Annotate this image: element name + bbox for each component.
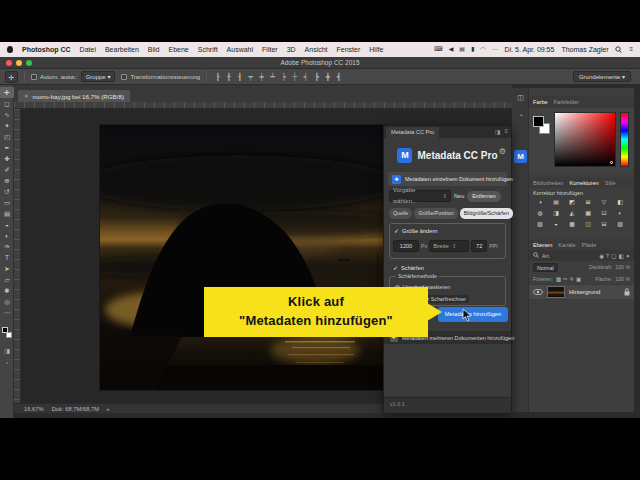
zoom-tool-icon[interactable]: ◎ <box>0 296 14 307</box>
blend-mode-dropdown[interactable]: Normal <box>533 263 558 272</box>
menu-item[interactable]: Ansicht <box>305 46 328 53</box>
type-tool-icon[interactable]: T <box>0 252 14 263</box>
foreground-color-swatch[interactable] <box>533 116 544 127</box>
menu-item[interactable]: Bearbeiten <box>105 46 139 53</box>
display-icon[interactable]: ▤ <box>459 42 465 57</box>
brush-tool-icon[interactable]: ✐ <box>0 164 14 175</box>
metadata-tab[interactable]: Größe/Position <box>414 208 457 219</box>
zoom-window-button[interactable] <box>26 60 32 66</box>
color-panel-tab[interactable]: Farbe <box>533 99 548 105</box>
black-white-icon[interactable]: ◨ <box>548 208 564 219</box>
align-icon[interactable]: ┨ <box>235 73 244 81</box>
menu-item[interactable]: Datei <box>80 46 96 53</box>
single-document-section-header[interactable]: ✚ Metadaten einzelnem Dokument hinzufüge… <box>388 172 507 186</box>
status-flyout-icon[interactable]: ▸ <box>107 406 110 412</box>
exposure-icon[interactable]: ⊞ <box>580 197 596 208</box>
metadata-tab[interactable]: Bildgröße/Schärfen <box>460 208 513 219</box>
width-input[interactable]: 1200 <box>393 240 419 252</box>
color-lookup-icon[interactable]: ⊡ <box>596 208 612 219</box>
align-icon[interactable]: ┝ <box>279 73 288 81</box>
threshold-icon[interactable]: ◒ <box>548 219 564 230</box>
gradient-map-icon[interactable]: ▩ <box>564 219 580 230</box>
filter-kind-icon[interactable]: ✦ <box>625 253 630 259</box>
document-tab[interactable]: ✕ morro-bay.jpg bei 16,7% (RGB/8) <box>18 90 130 102</box>
align-icon[interactable]: ┣ <box>312 73 321 81</box>
hand-tool-icon[interactable]: ✱ <box>0 285 14 296</box>
vibrance-icon[interactable]: ▽ <box>596 197 612 208</box>
align-icon[interactable]: ╋ <box>323 73 332 81</box>
curves-icon[interactable]: ◩ <box>564 197 580 208</box>
lasso-tool-icon[interactable]: ∿ <box>0 109 14 120</box>
align-icon[interactable]: ┫ <box>334 73 343 81</box>
preset-dropdown[interactable]: Vorgabe wählen... ⇕ <box>389 190 451 202</box>
align-icon[interactable]: ┿ <box>257 73 266 81</box>
menu-item[interactable]: Hilfe <box>369 46 383 53</box>
minimize-window-button[interactable] <box>16 60 22 66</box>
add-metadata-button[interactable]: Metadaten hinzufügen <box>438 307 508 322</box>
dimension-dropdown[interactable]: Breite ⇕ <box>429 240 469 252</box>
screen-mode-icon[interactable]: ▫ <box>0 360 14 366</box>
layer-row-background[interactable]: Hintergrund <box>529 284 634 300</box>
hue-saturation-icon[interactable]: ◧ <box>612 197 628 208</box>
eraser-tool-icon[interactable]: ▭ <box>0 197 14 208</box>
levels-icon[interactable]: ▤ <box>548 197 564 208</box>
close-window-button[interactable] <box>6 60 12 66</box>
align-icon[interactable]: ╂ <box>224 73 233 81</box>
keyboard-icon[interactable]: ⌨ <box>434 42 443 57</box>
menu-item[interactable]: Ebene <box>169 46 189 53</box>
visibility-eye-icon[interactable] <box>533 289 543 295</box>
hue-slider[interactable] <box>620 112 629 167</box>
menu-item[interactable]: 3D <box>287 46 296 53</box>
brightness-contrast-icon[interactable]: ◑ <box>532 197 548 208</box>
foreground-color-swatch[interactable] <box>2 327 8 333</box>
histogram-panel-icon[interactable]: ◫ <box>512 94 529 102</box>
opacity-value[interactable]: 100 % <box>615 264 630 270</box>
blur-tool-icon[interactable]: ◒ <box>0 219 14 230</box>
adjustments-panel-tab[interactable]: Korrekturen <box>569 180 598 186</box>
metadata-extension-icon[interactable]: M <box>514 150 527 163</box>
menu-item[interactable]: Filter <box>262 46 278 53</box>
menubar-user[interactable]: Thomas Zagler <box>561 46 608 53</box>
move-tool-icon[interactable]: ✛ <box>0 87 14 98</box>
saturation-field[interactable] <box>554 112 616 167</box>
filter-kind-icon[interactable]: T <box>606 253 609 259</box>
fill-value[interactable]: 100 % <box>615 276 630 282</box>
menu-item[interactable]: Auswahl <box>227 46 253 53</box>
pattern-icon[interactable]: ▨ <box>612 219 628 230</box>
wifi-icon[interactable]: ◠ <box>480 42 485 57</box>
posterize-icon[interactable]: ▧ <box>532 219 548 230</box>
photo-filter-icon[interactable]: ◭ <box>564 208 580 219</box>
invert-icon[interactable]: ◐ <box>612 208 628 219</box>
lock-option-icon[interactable]: ▣ <box>576 276 581 282</box>
remove-preset-button[interactable]: Entfernen <box>467 191 500 202</box>
gradient-tool-icon[interactable]: ▤ <box>0 208 14 219</box>
lock-option-icon[interactable]: ✛ <box>570 276 575 282</box>
spotlight-search-icon[interactable] <box>615 46 622 54</box>
shape-tool-icon[interactable]: ▱ <box>0 274 14 285</box>
align-icon[interactable]: ┥ <box>301 73 310 81</box>
quick-selection-tool-icon[interactable]: ✦ <box>0 120 14 131</box>
menu-app-name[interactable]: Photoshop CC <box>22 46 71 53</box>
new-preset-button[interactable]: Neu <box>454 193 464 199</box>
auto-select-dropdown[interactable]: Gruppe ▾ <box>81 71 116 82</box>
healing-brush-tool-icon[interactable]: ✚ <box>0 153 14 164</box>
resize-checkbox[interactable]: ✓ Größe ändern <box>394 227 437 234</box>
quick-mask-icon[interactable]: ◨ <box>0 347 14 354</box>
zoom-level[interactable]: 16,67% <box>24 406 44 412</box>
transform-controls-checkbox[interactable] <box>121 74 127 80</box>
history-panel-icon[interactable]: ◔ <box>512 112 529 119</box>
lock-option-icon[interactable]: ▩ <box>556 276 561 282</box>
battery-icon[interactable]: ▮ <box>471 42 474 57</box>
layers-panel-tab[interactable]: Kanäle <box>558 242 575 248</box>
filter-type-label[interactable]: Art <box>542 253 549 259</box>
menu-item[interactable]: Schrift <box>198 46 218 53</box>
menubar-clock[interactable]: Di. 5. Apr. 09:55 <box>505 46 555 53</box>
channel-mixer-icon[interactable]: ▦ <box>580 208 596 219</box>
apple-menu[interactable] <box>7 46 13 54</box>
resolution-input[interactable]: 72 <box>471 240 487 252</box>
align-icon[interactable]: ┷ <box>268 73 277 81</box>
lock-option-icon[interactable]: ✑ <box>563 276 568 282</box>
auto-select-checkbox[interactable] <box>31 74 37 80</box>
metadata-tab[interactable]: Quelle <box>389 208 412 219</box>
align-icon[interactable]: ┼ <box>290 73 299 81</box>
